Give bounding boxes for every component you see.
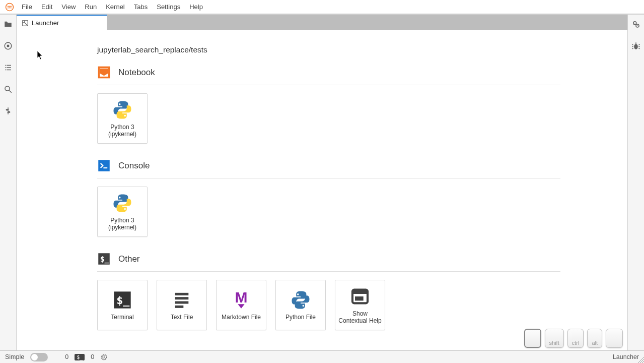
tab-launcher[interactable]: Launcher [17, 15, 107, 30]
key-blank-2 [606, 329, 623, 348]
terminal-badge-icon[interactable]: $_ [75, 354, 85, 360]
terminal-icon: $_ [112, 290, 132, 310]
card-textfile[interactable]: Text File [157, 280, 207, 330]
status-bar: Simple 0 $_ 0 Launcher [0, 350, 644, 363]
card-label: Terminal [111, 314, 133, 321]
simple-mode-label: Simple [5, 353, 24, 360]
key-alt: alt [587, 329, 602, 348]
svg-rect-21 [355, 296, 364, 300]
card-markdown[interactable]: M Markdown File [216, 280, 266, 330]
textfile-icon [172, 290, 192, 310]
menu-help[interactable]: Help [185, 1, 207, 13]
card-terminal[interactable]: $_ Terminal [97, 280, 148, 330]
property-inspector-icon[interactable] [631, 20, 640, 29]
section-title-console: Console [118, 161, 150, 171]
key-ctrl: ctrl [567, 329, 584, 348]
menu-view[interactable]: View [57, 1, 80, 13]
section-title-notebook: Notebook [118, 68, 155, 78]
card-label: Show Contextual Help [337, 310, 383, 325]
terms-count: 0 [91, 353, 94, 360]
simple-mode-toggle[interactable] [30, 353, 48, 361]
settings-gear-icon[interactable] [100, 353, 107, 360]
svg-text:M: M [235, 290, 248, 306]
card-pythonfile[interactable]: Python File [275, 280, 326, 330]
key-blank-1 [524, 329, 541, 348]
svg-rect-7 [98, 160, 110, 171]
card-label: Python File [285, 314, 316, 321]
menu-tabs[interactable]: Tabs [129, 1, 152, 13]
card-label: Text File [171, 314, 193, 321]
python-icon [290, 289, 311, 311]
section-console: Console Python 3 (ipykernel) [97, 159, 560, 237]
card-label: Python 3 (ipykernel) [100, 217, 145, 231]
svg-point-24 [634, 23, 635, 24]
svg-line-33 [638, 48, 639, 49]
section-notebook: Notebook Python 3 (ipykernel) [97, 66, 560, 144]
python-icon [112, 99, 133, 120]
svg-point-3 [5, 86, 10, 91]
console-icon [97, 159, 111, 172]
launcher-tab-icon [22, 20, 29, 27]
resize-grip-icon[interactable] [636, 355, 644, 363]
card-notebook-python3[interactable]: Python 3 (ipykernel) [97, 93, 148, 144]
svg-line-29 [638, 44, 639, 45]
svg-rect-2 [7, 45, 10, 47]
python-icon [112, 193, 133, 214]
section-other: $_ Other $_ Terminal [97, 252, 560, 330]
key-overlay: shift ctrl alt [524, 329, 623, 348]
terminal-icon: $_ [97, 252, 111, 266]
card-console-python3[interactable]: Python 3 (ipykernel) [97, 187, 148, 237]
notebook-icon [97, 66, 111, 79]
launcher-panel: jupyterlab_search_replace/tests Notebook [17, 30, 627, 350]
menu-settings[interactable]: Settings [152, 1, 185, 13]
svg-marker-18 [238, 304, 244, 308]
markdown-icon: M [231, 290, 251, 310]
breadcrumb: jupyterlab_search_replace/tests [97, 45, 607, 54]
tab-label: Launcher [32, 19, 59, 27]
toc-icon[interactable] [4, 63, 13, 72]
help-icon [350, 286, 370, 307]
tabs-count: 0 [65, 353, 68, 360]
menu-run[interactable]: Run [80, 1, 101, 13]
folder-icon[interactable] [4, 20, 13, 29]
key-shift: shift [545, 329, 564, 348]
jupyter-logo-icon [5, 3, 14, 12]
svg-text:$_: $_ [116, 294, 130, 307]
svg-point-0 [6, 3, 14, 11]
menu-kernel[interactable]: Kernel [101, 1, 129, 13]
svg-line-36 [642, 361, 644, 363]
right-sidebar [627, 15, 644, 350]
menu-bar: File Edit View Run Kernel Tabs Settings … [0, 0, 644, 14]
svg-rect-20 [352, 289, 368, 293]
svg-point-26 [634, 44, 638, 49]
svg-line-35 [640, 359, 644, 363]
card-label: Python 3 (ipykernel) [100, 124, 145, 138]
running-icon[interactable] [4, 41, 13, 50]
activity-bar [0, 15, 17, 350]
extensions-icon[interactable] [4, 106, 13, 115]
search-icon[interactable] [4, 85, 13, 94]
tab-bar: Launcher [17, 15, 627, 30]
menu-edit[interactable]: Edit [37, 1, 57, 13]
debugger-icon[interactable] [631, 41, 640, 50]
card-contextual-help[interactable]: Show Contextual Help [335, 280, 385, 330]
svg-line-32 [632, 48, 633, 49]
svg-point-25 [637, 25, 638, 26]
menu-file[interactable]: File [17, 1, 37, 13]
svg-line-28 [632, 44, 633, 45]
svg-line-4 [9, 90, 12, 93]
card-label: Markdown File [222, 314, 261, 321]
status-right-label: Launcher [613, 353, 639, 360]
section-title-other: Other [118, 254, 140, 264]
svg-text:$_: $_ [100, 255, 109, 264]
